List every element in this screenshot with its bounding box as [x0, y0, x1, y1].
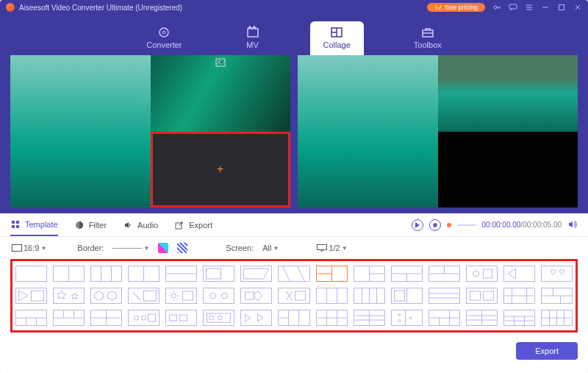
menu-icon[interactable]	[525, 3, 534, 12]
volume-icon[interactable]	[567, 219, 578, 231]
playhead-marker[interactable]	[447, 223, 451, 227]
aspect-ratio-dropdown[interactable]: 16:9 ▼	[12, 244, 46, 252]
template-option-36[interactable]	[240, 310, 272, 326]
border-line-icon	[112, 248, 142, 249]
subtab-template[interactable]: Template	[10, 214, 58, 236]
template-option-20[interactable]	[203, 288, 234, 304]
subtab-template-label: Template	[25, 220, 58, 229]
subtab-filter[interactable]: Filter	[74, 215, 107, 235]
collage-cell-1[interactable]	[151, 55, 291, 132]
template-option-2[interactable]	[90, 266, 122, 282]
tab-mv[interactable]: MV	[232, 21, 273, 55]
svg-point-4	[162, 31, 165, 34]
svg-point-9	[218, 60, 220, 62]
template-option-12[interactable]	[466, 266, 498, 282]
collage-cell-2[interactable]	[10, 55, 151, 207]
template-option-0[interactable]	[15, 266, 47, 282]
border-color-picker[interactable]	[158, 243, 168, 253]
template-option-15[interactable]	[15, 288, 47, 304]
split-dropdown[interactable]: 1/2 ▼	[317, 244, 347, 252]
template-option-39[interactable]	[354, 310, 385, 326]
template-option-13[interactable]	[503, 266, 535, 282]
svg-rect-1	[509, 4, 517, 9]
export-button[interactable]: Export	[516, 342, 578, 360]
template-option-43[interactable]	[503, 310, 535, 326]
minimize-button[interactable]	[541, 3, 550, 12]
svg-point-48	[398, 314, 401, 316]
chevron-down-icon: ▼	[342, 245, 348, 252]
template-option-28[interactable]	[503, 288, 535, 304]
template-option-33[interactable]	[128, 310, 159, 326]
subtab-audio[interactable]: Audio	[123, 215, 158, 235]
see-pricing-button[interactable]: See pricing	[427, 3, 485, 12]
template-option-42[interactable]	[466, 310, 498, 326]
svg-point-50	[409, 317, 412, 319]
duration: 00:00:05.00	[523, 221, 562, 229]
template-option-26[interactable]	[429, 288, 460, 304]
template-option-23[interactable]	[316, 288, 348, 304]
template-option-21[interactable]	[240, 288, 272, 304]
tab-collage-label: Collage	[323, 40, 351, 49]
template-option-8[interactable]	[316, 266, 348, 282]
template-option-37[interactable]	[278, 310, 309, 326]
template-option-17[interactable]	[90, 288, 122, 304]
screen-dropdown[interactable]: All ▼	[262, 244, 279, 252]
template-option-3[interactable]	[128, 266, 159, 282]
subtab-export[interactable]: Export	[174, 215, 212, 235]
mv-icon	[245, 26, 260, 39]
template-option-30[interactable]	[15, 310, 47, 326]
template-option-11[interactable]	[429, 266, 460, 282]
play-button[interactable]	[412, 219, 423, 231]
template-option-9[interactable]	[354, 266, 385, 282]
collage-add-cell[interactable]: +	[151, 132, 291, 208]
template-option-35[interactable]	[203, 310, 234, 326]
svg-point-38	[135, 316, 139, 320]
template-option-22[interactable]	[278, 288, 309, 304]
template-option-41[interactable]	[429, 310, 460, 326]
playback-track[interactable]	[457, 224, 476, 226]
svg-rect-37	[483, 291, 493, 300]
template-option-29[interactable]	[541, 288, 573, 304]
key-icon[interactable]	[492, 3, 501, 12]
svg-rect-15	[433, 223, 437, 227]
stop-button[interactable]	[429, 219, 441, 231]
template-option-25[interactable]	[391, 288, 423, 304]
export-button-label: Export	[535, 347, 559, 355]
template-option-38[interactable]	[316, 310, 348, 326]
template-grid-wrap	[10, 259, 578, 333]
template-option-7[interactable]	[278, 266, 309, 282]
template-option-5[interactable]	[203, 266, 234, 282]
tab-mv-label: MV	[246, 40, 259, 49]
collage-editor[interactable]: +	[10, 55, 290, 207]
template-option-1[interactable]	[53, 266, 85, 282]
tab-toolbox[interactable]: Toolbox	[401, 21, 455, 55]
template-option-19[interactable]	[165, 288, 197, 304]
template-option-24[interactable]	[354, 288, 385, 304]
template-option-6[interactable]	[240, 266, 272, 282]
template-option-16[interactable]	[53, 288, 85, 304]
border-style-dropdown[interactable]: ▼	[112, 245, 149, 252]
svg-point-49	[398, 320, 401, 322]
template-option-14[interactable]	[541, 266, 573, 282]
split-value: 1/2	[329, 244, 340, 252]
tab-converter[interactable]: Converter	[133, 21, 195, 55]
maximize-button[interactable]	[557, 3, 566, 12]
close-button[interactable]	[573, 3, 582, 12]
preview-area: +	[0, 55, 588, 213]
template-option-32[interactable]	[90, 310, 122, 326]
template-option-4[interactable]	[165, 266, 197, 282]
app-title: Aiseesoft Video Converter Ultimate (Unre…	[19, 4, 427, 12]
border-pattern-picker[interactable]	[177, 243, 187, 253]
template-option-27[interactable]	[466, 288, 498, 304]
feedback-icon[interactable]	[509, 3, 517, 12]
cart-icon	[434, 4, 442, 11]
template-option-34[interactable]	[165, 310, 197, 326]
template-option-40[interactable]	[391, 310, 423, 326]
template-option-44[interactable]	[541, 310, 573, 326]
border-label: Border:	[77, 244, 104, 252]
subtab-audio-label: Audio	[137, 221, 158, 230]
template-option-31[interactable]	[53, 310, 85, 326]
template-option-18[interactable]	[128, 288, 159, 304]
template-option-10[interactable]	[391, 266, 423, 282]
tab-collage[interactable]: Collage	[310, 21, 364, 55]
